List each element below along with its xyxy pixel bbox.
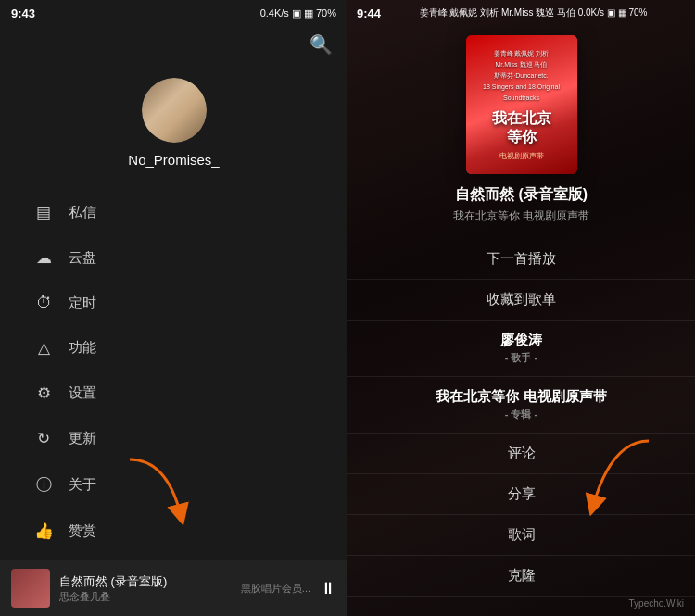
avatar[interactable] — [142, 78, 207, 143]
function-icon: △ — [33, 338, 54, 358]
bottom-player: 自然而然 (录音室版) 思念叠几叠 黑胶唱片会员... ⏸ — [0, 560, 348, 616]
menu-item-function[interactable]: △ 功能 — [19, 325, 348, 371]
menu-label-update: 更新 — [69, 430, 96, 447]
right-panel: 9:44 姜青峰 戴佩妮 刘析 Mr.Miss 魏巡 马伯 0.0K/s ▣ ▦… — [348, 0, 695, 616]
song-album: 我在北京等你 电视剧原声带 — [453, 208, 589, 224]
menu-item-update[interactable]: ↻ 更新 — [19, 416, 348, 461]
watermark: Typecho.Wiki — [629, 598, 684, 609]
album-art-credits: 姜青峰 戴佩妮 刘析 Mr.Miss 魏巡 马伯 斯蒂芬·Duncanetc. … — [483, 50, 560, 101]
avatar-image — [142, 78, 207, 143]
menu-label-private-message: 私信 — [69, 204, 96, 221]
left-status-bar: 9:43 0.4K/s ▣ ▦ 70% — [0, 0, 348, 26]
menu-label-cloud: 云盘 — [69, 249, 96, 267]
left-status-icons: 0.4K/s ▣ ▦ 70% — [260, 7, 336, 19]
reward-icon: 👍 — [33, 522, 54, 541]
vip-badge: 黑胶唱片会员... — [241, 582, 310, 596]
menu-label-timer: 定时 — [69, 295, 96, 312]
menu-item-cloud[interactable]: ☁ 云盘 — [19, 235, 348, 281]
left-panel: 9:43 0.4K/s ▣ ▦ 70% 🔍 No_Promises_ ▤ 私信 … — [0, 0, 348, 616]
menu-label-reward: 赞赏 — [69, 522, 96, 540]
option-lyrics[interactable]: 歌词 — [348, 515, 695, 556]
message-icon: ▤ — [33, 203, 54, 222]
settings-icon: ⚙ — [33, 383, 54, 403]
option-album[interactable]: 我在北京等你 电视剧原声带 - 专辑 - — [348, 377, 695, 434]
menu-label-about: 关于 — [69, 476, 96, 494]
username: No_Promises_ — [128, 152, 219, 168]
menu-item-settings[interactable]: ⚙ 设置 — [19, 371, 348, 416]
menu-item-timer[interactable]: ⏱ 定时 — [19, 281, 348, 325]
cloud-icon: ☁ — [33, 248, 54, 268]
user-section: No_Promises_ — [0, 63, 348, 190]
song-title: 自然而然 (录音室版) — [455, 185, 588, 205]
menu-label-function: 功能 — [69, 339, 96, 357]
option-next[interactable]: 下一首播放 — [348, 239, 695, 280]
menu-item-about[interactable]: ⓘ 关于 — [19, 461, 348, 509]
left-time: 9:43 — [11, 6, 35, 20]
option-comment[interactable]: 评论 — [348, 434, 695, 474]
option-clone[interactable]: 克隆 — [348, 556, 695, 597]
menu-item-private-message[interactable]: ▤ 私信 — [19, 190, 348, 235]
player-thumbnail — [11, 569, 50, 608]
right-scrolling-text: 姜青峰 戴佩妮 刘析 Mr.Miss 魏巡 马伯 0.0K/s ▣ ▦ 70% — [381, 6, 686, 19]
option-artist[interactable]: 廖俊涛 - 歌手 - — [348, 321, 695, 377]
right-content: 姜青峰 戴佩妮 刘析 Mr.Miss 魏巡 马伯 斯蒂芬·Duncanetc. … — [348, 26, 695, 597]
player-info: 自然而然 (录音室版) 思念叠几叠 — [59, 573, 232, 604]
update-icon: ↻ — [33, 429, 54, 448]
menu-label-settings: 设置 — [69, 384, 96, 402]
option-collect[interactable]: 收藏到歌单 — [348, 280, 695, 321]
player-title: 自然而然 (录音室版) — [59, 573, 232, 590]
menu-item-reward[interactable]: 👍 赞赏 — [19, 509, 348, 554]
album-art: 姜青峰 戴佩妮 刘析 Mr.Miss 魏巡 马伯 斯蒂芬·Duncanetc. … — [466, 35, 577, 174]
about-icon: ⓘ — [33, 474, 54, 496]
right-status-bar: 9:44 姜青峰 戴佩妮 刘析 Mr.Miss 魏巡 马伯 0.0K/s ▣ ▦… — [348, 0, 695, 26]
option-share[interactable]: 分享 — [348, 474, 695, 515]
left-network-speed: 0.4K/s ▣ ▦ 70% — [260, 7, 336, 19]
song-options-menu: 下一首播放 收藏到歌单 廖俊涛 - 歌手 - 我在北京等你 电视剧原声带 - 专… — [348, 239, 695, 597]
left-header: 🔍 — [0, 26, 348, 63]
pause-button[interactable]: ⏸ — [320, 579, 336, 598]
player-subtitle: 思念叠几叠 — [59, 590, 232, 604]
right-time: 9:44 — [357, 6, 381, 20]
timer-icon: ⏱ — [33, 294, 54, 312]
search-icon[interactable]: 🔍 — [310, 33, 333, 56]
menu-list: ▤ 私信 ☁ 云盘 ⏱ 定时 △ 功能 ⚙ 设置 ↻ 更新 ⓘ 关于 👍 赞赏 — [0, 190, 348, 616]
